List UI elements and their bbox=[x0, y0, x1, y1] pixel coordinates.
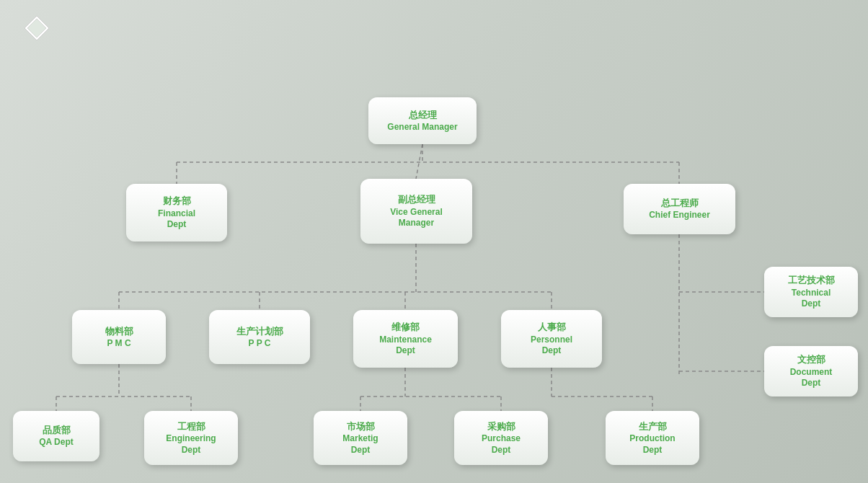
node-maintenance_dept: 维修部MaintenanceDept bbox=[353, 310, 458, 368]
node-en-personnel_dept: Dept bbox=[542, 345, 562, 357]
node-technical_dept: 工艺技术部TechnicalDept bbox=[764, 267, 858, 317]
node-cn-chief_engineer: 总工程师 bbox=[661, 197, 699, 210]
node-cn-production_dept: 生产部 bbox=[639, 420, 667, 433]
svg-line-2 bbox=[416, 144, 422, 179]
node-en-maintenance_dept: Dept bbox=[396, 345, 415, 357]
node-cn-vice_general_manager: 副总经理 bbox=[398, 193, 435, 206]
node-vice_general_manager: 副总经理Vice GeneralManager bbox=[360, 179, 472, 244]
node-en-pmc: P M C bbox=[107, 338, 130, 350]
node-en-vice_general_manager: Manager bbox=[399, 218, 434, 229]
node-personnel_dept: 人事部PersonnelDept bbox=[501, 310, 602, 368]
node-en-general_manager: General Manager bbox=[387, 122, 457, 133]
node-qa_dept: 品质部QA Dept bbox=[13, 411, 99, 461]
node-en-document_dept: Dept bbox=[802, 378, 821, 389]
node-general_manager: 总经理General Manager bbox=[368, 97, 477, 144]
node-cn-document_dept: 文控部 bbox=[797, 353, 825, 366]
node-en-engineering_dept: Dept bbox=[182, 445, 201, 456]
node-ppc: 生产计划部P P C bbox=[209, 310, 310, 364]
node-en-qa_dept: QA Dept bbox=[39, 437, 74, 448]
node-cn-personnel_dept: 人事部 bbox=[538, 321, 566, 334]
node-cn-qa_dept: 品质部 bbox=[43, 424, 71, 437]
node-cn-maintenance_dept: 维修部 bbox=[391, 321, 420, 334]
node-en-engineering_dept: Engineering bbox=[166, 433, 216, 445]
node-cn-pmc: 物料部 bbox=[105, 325, 133, 338]
node-cn-engineering_dept: 工程部 bbox=[177, 420, 205, 433]
node-en-vice_general_manager: Vice General bbox=[390, 207, 443, 218]
svg-marker-1 bbox=[27, 19, 46, 37]
node-en-purchase_dept: Purchase bbox=[482, 433, 521, 445]
node-en-financial_dept: Financial bbox=[158, 208, 195, 220]
diamond-icon bbox=[22, 13, 52, 43]
node-chief_engineer: 总工程师Chief Engineer bbox=[624, 184, 735, 234]
node-cn-purchase_dept: 采购部 bbox=[487, 420, 515, 433]
node-marketing_dept: 市场部MarketigDept bbox=[314, 411, 407, 465]
node-en-purchase_dept: Dept bbox=[492, 445, 511, 456]
node-cn-general_manager: 总经理 bbox=[409, 109, 437, 122]
node-en-chief_engineer: Chief Engineer bbox=[649, 210, 710, 221]
node-en-marketing_dept: Marketig bbox=[342, 433, 378, 445]
node-en-ppc: P P C bbox=[249, 338, 271, 350]
node-purchase_dept: 采购部PurchaseDept bbox=[454, 411, 548, 465]
node-cn-financial_dept: 财务部 bbox=[163, 195, 191, 208]
node-en-document_dept: Document bbox=[790, 367, 833, 378]
node-en-production_dept: Dept bbox=[643, 445, 663, 456]
org-chart: 总经理General Manager财务部FinancialDept副总经理Vi… bbox=[0, 43, 868, 483]
node-cn-technical_dept: 工艺技术部 bbox=[788, 274, 835, 287]
node-engineering_dept: 工程部EngineeringDept bbox=[144, 411, 238, 465]
node-financial_dept: 财务部FinancialDept bbox=[126, 184, 227, 241]
node-cn-marketing_dept: 市场部 bbox=[347, 420, 375, 433]
node-en-personnel_dept: Personnel bbox=[531, 334, 572, 346]
node-en-technical_dept: Dept bbox=[802, 298, 821, 310]
node-cn-ppc: 生产计划部 bbox=[236, 325, 283, 338]
node-en-maintenance_dept: Maintenance bbox=[379, 334, 432, 346]
node-document_dept: 文控部DocumentDept bbox=[764, 346, 858, 396]
node-en-production_dept: Production bbox=[629, 433, 675, 445]
node-en-financial_dept: Dept bbox=[167, 219, 187, 231]
node-production_dept: 生产部ProductionDept bbox=[606, 411, 699, 465]
node-en-marketing_dept: Dept bbox=[351, 445, 371, 456]
node-en-technical_dept: Technical bbox=[792, 288, 831, 299]
node-pmc: 物料部P M C bbox=[72, 310, 166, 364]
